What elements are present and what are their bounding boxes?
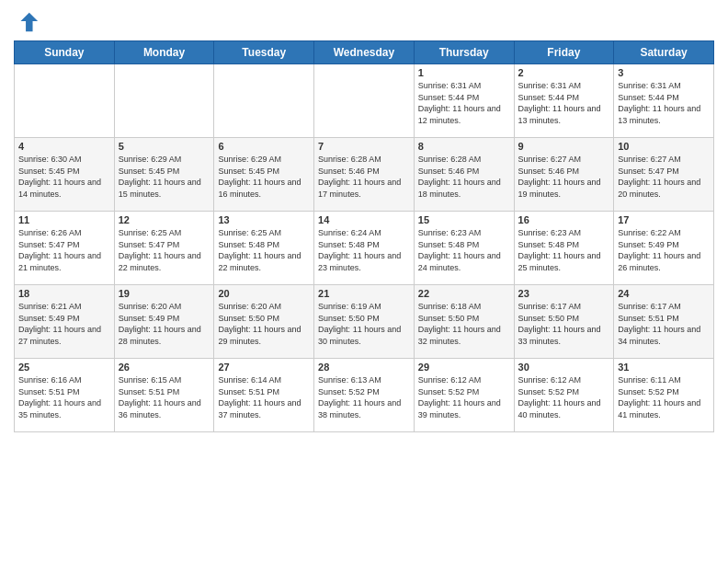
calendar-page: SundayMondayTuesdayWednesdayThursdayFrid… bbox=[0, 0, 728, 563]
day-number: 22 bbox=[418, 288, 510, 299]
day-info: Sunrise: 6:28 AMSunset: 5:46 PMDaylight:… bbox=[318, 154, 410, 200]
day-number: 27 bbox=[218, 362, 310, 373]
day-number: 20 bbox=[218, 288, 310, 299]
day-info: Sunrise: 6:25 AMSunset: 5:48 PMDaylight:… bbox=[218, 227, 310, 273]
day-number: 4 bbox=[18, 141, 110, 152]
day-info: Sunrise: 6:29 AMSunset: 5:45 PMDaylight:… bbox=[119, 154, 210, 200]
day-number: 1 bbox=[418, 67, 510, 78]
day-info: Sunrise: 6:15 AMSunset: 5:51 PMDaylight:… bbox=[119, 374, 210, 420]
calendar-week-row: 25Sunrise: 6:16 AMSunset: 5:51 PMDayligh… bbox=[15, 359, 714, 432]
calendar-table: SundayMondayTuesdayWednesdayThursdayFrid… bbox=[14, 40, 714, 432]
logo bbox=[14, 9, 43, 35]
day-number: 9 bbox=[518, 141, 610, 152]
calendar-day-cell: 28Sunrise: 6:13 AMSunset: 5:52 PMDayligh… bbox=[314, 359, 415, 432]
day-number: 18 bbox=[18, 288, 110, 299]
calendar-day-cell bbox=[214, 64, 314, 138]
day-of-week-header: Friday bbox=[514, 41, 614, 64]
day-of-week-header: Monday bbox=[114, 41, 214, 64]
calendar-day-cell: 22Sunrise: 6:18 AMSunset: 5:50 PMDayligh… bbox=[414, 285, 514, 359]
day-info: Sunrise: 6:31 AMSunset: 5:44 PMDaylight:… bbox=[418, 80, 510, 126]
calendar-day-cell bbox=[15, 64, 115, 138]
day-info: Sunrise: 6:29 AMSunset: 5:45 PMDaylight:… bbox=[218, 154, 310, 200]
calendar-day-cell: 30Sunrise: 6:12 AMSunset: 5:52 PMDayligh… bbox=[514, 359, 614, 432]
day-info: Sunrise: 6:22 AMSunset: 5:49 PMDaylight:… bbox=[618, 227, 710, 273]
calendar-day-cell: 19Sunrise: 6:20 AMSunset: 5:49 PMDayligh… bbox=[114, 285, 214, 359]
calendar-day-cell: 10Sunrise: 6:27 AMSunset: 5:47 PMDayligh… bbox=[614, 138, 714, 212]
day-number: 21 bbox=[318, 288, 410, 299]
day-number: 16 bbox=[518, 214, 610, 225]
day-number: 19 bbox=[119, 288, 210, 299]
day-info: Sunrise: 6:14 AMSunset: 5:51 PMDaylight:… bbox=[218, 374, 310, 420]
day-number: 30 bbox=[518, 362, 610, 373]
day-of-week-header: Thursday bbox=[414, 41, 514, 64]
calendar-day-cell: 21Sunrise: 6:19 AMSunset: 5:50 PMDayligh… bbox=[314, 285, 415, 359]
day-info: Sunrise: 6:30 AMSunset: 5:45 PMDaylight:… bbox=[18, 154, 110, 200]
calendar-day-cell: 12Sunrise: 6:25 AMSunset: 5:47 PMDayligh… bbox=[114, 212, 214, 285]
day-info: Sunrise: 6:17 AMSunset: 5:51 PMDaylight:… bbox=[618, 301, 710, 347]
day-info: Sunrise: 6:23 AMSunset: 5:48 PMDaylight:… bbox=[518, 227, 610, 273]
day-number: 3 bbox=[618, 67, 710, 78]
day-number: 15 bbox=[418, 214, 510, 225]
day-number: 26 bbox=[119, 362, 210, 373]
day-number: 31 bbox=[618, 362, 710, 373]
calendar-day-cell bbox=[314, 64, 415, 138]
day-info: Sunrise: 6:24 AMSunset: 5:48 PMDaylight:… bbox=[318, 227, 410, 273]
day-number: 8 bbox=[418, 141, 510, 152]
day-info: Sunrise: 6:16 AMSunset: 5:51 PMDaylight:… bbox=[18, 374, 110, 420]
day-of-week-header: Sunday bbox=[15, 41, 115, 64]
calendar-body: 1Sunrise: 6:31 AMSunset: 5:44 PMDaylight… bbox=[15, 64, 714, 432]
day-info: Sunrise: 6:31 AMSunset: 5:44 PMDaylight:… bbox=[518, 80, 610, 126]
day-of-week-header: Tuesday bbox=[214, 41, 314, 64]
calendar-day-cell: 15Sunrise: 6:23 AMSunset: 5:48 PMDayligh… bbox=[414, 212, 514, 285]
day-number: 17 bbox=[618, 214, 710, 225]
calendar-day-cell: 5Sunrise: 6:29 AMSunset: 5:45 PMDaylight… bbox=[114, 138, 214, 212]
calendar-day-cell: 27Sunrise: 6:14 AMSunset: 5:51 PMDayligh… bbox=[214, 359, 314, 432]
calendar-day-cell: 14Sunrise: 6:24 AMSunset: 5:48 PMDayligh… bbox=[314, 212, 415, 285]
calendar-day-cell: 11Sunrise: 6:26 AMSunset: 5:47 PMDayligh… bbox=[15, 212, 115, 285]
calendar-day-cell: 7Sunrise: 6:28 AMSunset: 5:46 PMDaylight… bbox=[314, 138, 415, 212]
day-info: Sunrise: 6:31 AMSunset: 5:44 PMDaylight:… bbox=[618, 80, 710, 126]
day-number: 5 bbox=[119, 141, 210, 152]
day-number: 25 bbox=[18, 362, 110, 373]
day-info: Sunrise: 6:25 AMSunset: 5:47 PMDaylight:… bbox=[119, 227, 210, 273]
calendar-week-row: 11Sunrise: 6:26 AMSunset: 5:47 PMDayligh… bbox=[15, 212, 714, 285]
calendar-day-cell: 17Sunrise: 6:22 AMSunset: 5:49 PMDayligh… bbox=[614, 212, 714, 285]
calendar-header: SundayMondayTuesdayWednesdayThursdayFrid… bbox=[15, 41, 714, 64]
day-of-week-header: Saturday bbox=[614, 41, 714, 64]
day-info: Sunrise: 6:20 AMSunset: 5:49 PMDaylight:… bbox=[119, 301, 210, 347]
day-info: Sunrise: 6:27 AMSunset: 5:47 PMDaylight:… bbox=[618, 154, 710, 200]
day-number: 24 bbox=[618, 288, 710, 299]
day-number: 29 bbox=[418, 362, 510, 373]
calendar-week-row: 4Sunrise: 6:30 AMSunset: 5:45 PMDaylight… bbox=[15, 138, 714, 212]
calendar-day-cell: 29Sunrise: 6:12 AMSunset: 5:52 PMDayligh… bbox=[414, 359, 514, 432]
calendar-day-cell: 20Sunrise: 6:20 AMSunset: 5:50 PMDayligh… bbox=[214, 285, 314, 359]
day-number: 23 bbox=[518, 288, 610, 299]
day-info: Sunrise: 6:19 AMSunset: 5:50 PMDaylight:… bbox=[318, 301, 410, 347]
day-number: 10 bbox=[618, 141, 710, 152]
day-number: 14 bbox=[318, 214, 410, 225]
calendar-day-cell: 6Sunrise: 6:29 AMSunset: 5:45 PMDaylight… bbox=[214, 138, 314, 212]
day-info: Sunrise: 6:20 AMSunset: 5:50 PMDaylight:… bbox=[218, 301, 310, 347]
calendar-day-cell: 8Sunrise: 6:28 AMSunset: 5:46 PMDaylight… bbox=[414, 138, 514, 212]
calendar-week-row: 18Sunrise: 6:21 AMSunset: 5:49 PMDayligh… bbox=[15, 285, 714, 359]
day-info: Sunrise: 6:26 AMSunset: 5:47 PMDaylight:… bbox=[18, 227, 110, 273]
day-number: 6 bbox=[218, 141, 310, 152]
day-info: Sunrise: 6:13 AMSunset: 5:52 PMDaylight:… bbox=[318, 374, 410, 420]
day-number: 13 bbox=[218, 214, 310, 225]
calendar-day-cell: 1Sunrise: 6:31 AMSunset: 5:44 PMDaylight… bbox=[414, 64, 514, 138]
calendar-day-cell: 13Sunrise: 6:25 AMSunset: 5:48 PMDayligh… bbox=[214, 212, 314, 285]
calendar-day-cell: 18Sunrise: 6:21 AMSunset: 5:49 PMDayligh… bbox=[15, 285, 115, 359]
calendar-day-cell: 3Sunrise: 6:31 AMSunset: 5:44 PMDaylight… bbox=[614, 64, 714, 138]
day-number: 7 bbox=[318, 141, 410, 152]
calendar-day-cell: 31Sunrise: 6:11 AMSunset: 5:52 PMDayligh… bbox=[614, 359, 714, 432]
calendar-day-cell: 16Sunrise: 6:23 AMSunset: 5:48 PMDayligh… bbox=[514, 212, 614, 285]
calendar-day-cell: 23Sunrise: 6:17 AMSunset: 5:50 PMDayligh… bbox=[514, 285, 614, 359]
day-info: Sunrise: 6:23 AMSunset: 5:48 PMDaylight:… bbox=[418, 227, 510, 273]
day-number: 28 bbox=[318, 362, 410, 373]
day-info: Sunrise: 6:28 AMSunset: 5:46 PMDaylight:… bbox=[418, 154, 510, 200]
day-of-week-header: Wednesday bbox=[314, 41, 415, 64]
day-number: 2 bbox=[518, 67, 610, 78]
calendar-day-cell: 24Sunrise: 6:17 AMSunset: 5:51 PMDayligh… bbox=[614, 285, 714, 359]
day-info: Sunrise: 6:12 AMSunset: 5:52 PMDaylight:… bbox=[418, 374, 510, 420]
day-info: Sunrise: 6:21 AMSunset: 5:49 PMDaylight:… bbox=[18, 301, 110, 347]
